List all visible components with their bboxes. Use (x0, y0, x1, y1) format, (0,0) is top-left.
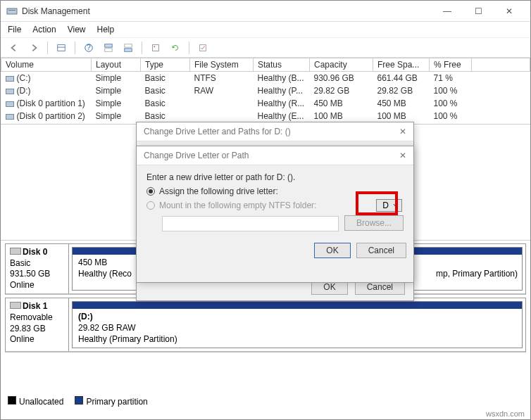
minimize-button[interactable]: — (432, 1, 463, 22)
highlight-annotation (356, 191, 398, 215)
window-title: Disk Management (22, 6, 432, 16)
close-icon[interactable]: ✕ (399, 127, 406, 136)
svg-point-11 (154, 46, 155, 47)
legend: Unallocated Primary partition (8, 396, 148, 407)
svg-rect-7 (105, 48, 113, 51)
col-layout[interactable]: Layout (92, 58, 141, 72)
col-fs[interactable]: File System (190, 58, 254, 72)
col-pct[interactable]: % Free (430, 58, 472, 72)
dialog-title: Change Drive Letter and Paths for D: () (144, 127, 399, 136)
toolbar-separator (47, 42, 48, 54)
menu-bar: File Action View Help (1, 22, 530, 38)
svg-rect-6 (105, 44, 113, 46)
toolbar: ? (1, 38, 530, 58)
mount-folder-label: Mount in the following empty NTFS folder… (159, 201, 316, 210)
col-status[interactable]: Status (254, 58, 310, 72)
toolbar-separator (75, 42, 75, 54)
properties-button[interactable] (148, 40, 163, 56)
browse-button: Browse... (344, 215, 404, 231)
dialog-prompt: Enter a new drive letter or path for D: … (146, 172, 404, 182)
svg-rect-1 (8, 10, 15, 11)
maximize-button[interactable]: ☐ (463, 1, 494, 22)
dialog-title: Change Drive Letter or Path (144, 151, 399, 160)
col-capacity[interactable]: Capacity (310, 58, 373, 72)
disk-row[interactable]: Disk 1 Removable 29.83 GB Online (D:) 29… (5, 298, 526, 352)
menu-action[interactable]: Action (32, 25, 56, 34)
toolbar-separator (189, 42, 189, 54)
swatch-unallocated (8, 396, 16, 405)
menu-view[interactable]: View (68, 25, 86, 34)
col-free[interactable]: Free Spa... (373, 58, 430, 72)
table-row[interactable]: (C:)SimpleBasicNTFSHealthy (B...930.96 G… (1, 72, 530, 85)
svg-text:?: ? (87, 43, 91, 51)
close-icon[interactable]: ✕ (399, 151, 406, 160)
settings-button[interactable] (195, 40, 211, 56)
table-row[interactable]: (Disk 0 partition 1)SimpleBasicHealthy (… (1, 97, 530, 110)
toolbar-separator (142, 42, 142, 54)
view-top-button[interactable] (101, 40, 116, 56)
title-bar: Disk Management — ☐ ✕ (1, 1, 530, 22)
disk-icon (10, 302, 21, 309)
col-volume[interactable]: Volume (1, 58, 92, 72)
view-bottom-button[interactable] (120, 40, 136, 56)
swatch-primary (75, 396, 83, 405)
watermark: wsxdn.com (486, 409, 525, 418)
close-button[interactable]: ✕ (494, 1, 525, 22)
back-button[interactable] (6, 40, 22, 56)
assign-letter-label: Assign the following drive letter: (159, 186, 278, 196)
svg-rect-8 (125, 44, 132, 46)
col-type[interactable]: Type (141, 58, 190, 72)
disk-icon (10, 248, 21, 255)
partition[interactable]: (D:) 29.82 GB RAW Healthy (Primary Parti… (72, 301, 523, 348)
disk-label: Disk 0 Basic 931.50 GB Online (6, 244, 69, 293)
volume-icon (6, 114, 14, 120)
menu-help[interactable]: Help (97, 25, 115, 34)
help-button[interactable]: ? (81, 40, 96, 56)
volume-icon (6, 101, 14, 107)
table-row[interactable]: (D:)SimpleBasicRAWHealthy (P...29.82 GB2… (1, 84, 530, 97)
volume-icon (6, 89, 14, 94)
cancel-button[interactable]: Cancel (356, 243, 406, 258)
menu-file[interactable]: File (8, 25, 21, 34)
app-icon (6, 6, 18, 17)
svg-rect-2 (58, 44, 65, 51)
ok-button[interactable]: OK (314, 243, 350, 258)
view-list-button[interactable] (54, 40, 69, 56)
svg-rect-10 (153, 44, 159, 51)
svg-rect-9 (125, 48, 132, 51)
disk-label: Disk 1 Removable 29.83 GB Online (6, 298, 69, 351)
radio-mount-folder[interactable] (146, 201, 155, 210)
volume-icon (6, 76, 14, 82)
table-row[interactable]: (Disk 0 partition 2)SimpleBasicHealthy (… (1, 110, 530, 122)
forward-button[interactable] (26, 40, 42, 56)
svg-rect-0 (7, 8, 17, 14)
folder-path-input (162, 216, 339, 231)
radio-assign-letter[interactable] (146, 187, 155, 196)
refresh-button[interactable] (168, 40, 183, 56)
volume-list[interactable]: Volume Layout Type File System Status Ca… (1, 58, 530, 125)
